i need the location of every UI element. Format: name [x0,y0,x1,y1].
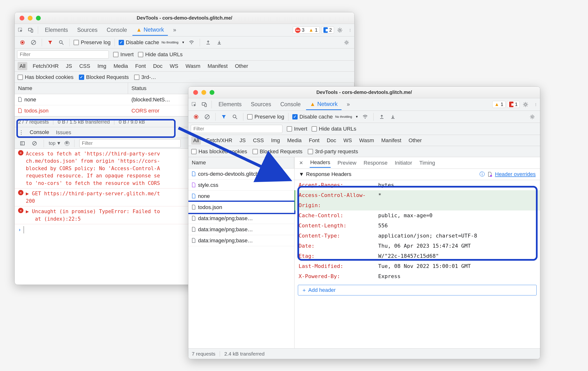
context-select[interactable]: top ▼ [49,141,61,146]
invert-checkbox[interactable]: Invert [287,126,307,132]
response-header[interactable]: Date:Thu, 06 Apr 2023 15:47:24 GMT [294,241,540,251]
filter-chip-manifest[interactable]: Manifest [379,136,403,145]
filter-chip-fetchxhr[interactable]: Fetch/XHR [204,136,234,145]
maximize-window-icon[interactable] [210,90,214,95]
blocked-cookies-checkbox[interactable]: Has blocked cookies [191,148,247,155]
kebab-icon[interactable]: ⋮ [531,100,540,109]
live-expression-icon[interactable]: 👁 [65,141,69,146]
clear-icon[interactable] [29,38,38,47]
tab-console[interactable]: Console [276,99,304,109]
filter-chip-manifest[interactable]: Manifest [206,62,230,70]
tab-sources[interactable]: Sources [247,99,275,109]
filter-chip-all[interactable]: All [18,62,27,70]
tab-timing[interactable]: Timing [419,158,436,167]
download-icon[interactable] [215,38,224,47]
third-party-checkbox[interactable]: 3rd-… [134,74,156,80]
network-row[interactable]: style.css [188,180,294,191]
filter-chip-other[interactable]: Other [407,136,424,145]
kebab-icon[interactable]: ⋮ [346,26,354,34]
gear-icon[interactable] [528,112,537,121]
chevron-down-icon[interactable]: ▼ [299,171,304,177]
response-header[interactable]: Etag:W/"22c-18457c15d68" [294,251,540,261]
filter-chip-all[interactable]: All [191,136,201,145]
third-party-checkbox[interactable]: 3rd-party requests [308,148,358,155]
help-icon[interactable]: ⓘ [480,172,485,177]
issues-counter[interactable]: ■2 [321,27,334,33]
sidebar-toggle-icon[interactable] [18,139,27,148]
blocked-cookies-checkbox[interactable]: Has blocked cookies [18,74,74,80]
filter-chip-font[interactable]: Font [133,62,148,70]
overrides-file-icon[interactable] [487,172,493,177]
minimize-window-icon[interactable] [201,90,206,95]
upload-icon[interactable] [378,112,386,121]
console-filter-input[interactable] [79,139,181,147]
response-header[interactable]: Cache-Control:public, max-age=0 [294,210,540,221]
wifi-icon[interactable] [187,38,196,47]
filter-chip-fetchxhr[interactable]: Fetch/XHR [31,62,61,70]
device-toggle-icon[interactable] [200,100,209,109]
gear-icon[interactable] [342,38,351,47]
filter-chip-other[interactable]: Other [233,62,250,70]
network-row[interactable]: none [188,191,294,202]
warning-counter[interactable]: ▲1 [492,101,505,108]
network-row[interactable]: data:image/png;base… [188,235,294,246]
clear-console-icon[interactable] [30,139,39,148]
filter-chip-media[interactable]: Media [112,62,130,70]
network-row[interactable]: todos.json [188,202,294,213]
download-icon[interactable] [388,112,397,121]
tab-initiator[interactable]: Initiator [394,158,413,167]
header-overrides-link[interactable]: Header overrides [495,171,536,177]
add-header-button[interactable]: ＋Add header [298,285,537,295]
filter-chip-css[interactable]: CSS [251,136,266,145]
response-header[interactable]: Access-Control-Allow-Origin:* [294,190,540,210]
filter-chip-font[interactable]: Font [307,136,322,145]
kebab-icon[interactable]: ⋮ [19,129,24,136]
search-icon[interactable] [57,38,66,47]
network-row[interactable]: cors-demo-devtools.glitch.me [188,168,294,180]
throttling-select[interactable]: No throttling ▼ [335,115,358,119]
network-row[interactable]: data:image/png;base… [188,213,294,224]
issues-counter[interactable]: ■1 [507,101,520,108]
wifi-icon[interactable] [361,112,369,121]
filter-chip-wasm[interactable]: Wasm [184,62,202,70]
drawer-tab-console[interactable]: Console [29,128,50,138]
tab-console[interactable]: Console [103,25,131,35]
tab-elements[interactable]: Elements [41,25,72,35]
response-header[interactable]: Last-Modified:Tue, 08 Nov 2022 15:00:01 … [294,261,540,271]
inspect-icon[interactable] [16,26,25,34]
drawer-tab-issues[interactable]: Issues [55,128,72,137]
filter-chip-media[interactable]: Media [285,136,304,145]
response-header[interactable]: Content-Length:556 [294,221,540,231]
blocked-requests-checkbox[interactable]: Blocked Requests [252,148,303,155]
filter-chip-doc[interactable]: Doc [151,62,165,70]
response-header[interactable]: X-Powered-By:Express [294,271,540,282]
close-details-icon[interactable]: × [299,158,304,168]
network-row[interactable]: data:image/png;base… [188,224,294,235]
throttling-select[interactable]: No throttling ▼ [162,41,185,44]
disable-cache-checkbox[interactable]: Disable cache [119,39,159,46]
minimize-window-icon[interactable] [28,16,32,21]
tab-network[interactable]: ▲Network [132,25,168,36]
search-icon[interactable] [231,112,239,121]
filter-chip-img[interactable]: Img [95,62,108,70]
hide-data-urls-checkbox[interactable]: Hide data URLs [138,51,183,58]
filter-chip-ws[interactable]: WS [342,136,354,145]
filter-chip-css[interactable]: CSS [77,62,92,70]
upload-icon[interactable] [204,38,212,47]
hide-data-urls-checkbox[interactable]: Hide data URLs [312,126,356,132]
tabs-overflow-icon[interactable]: » [169,25,180,35]
disable-cache-checkbox[interactable]: Disable cache [292,114,333,120]
tab-elements[interactable]: Elements [215,99,245,109]
filter-input[interactable] [17,50,109,59]
invert-checkbox[interactable]: Invert [113,51,134,58]
preserve-log-checkbox[interactable]: Preserve log [74,39,111,46]
filter-chip-js[interactable]: JS [64,62,74,70]
error-counter[interactable]: ⛔3 ▲1 [293,27,320,33]
close-window-icon[interactable] [193,90,198,95]
gear-icon[interactable] [336,26,344,34]
preserve-log-checkbox[interactable]: Preserve log [247,114,284,120]
record-icon[interactable] [18,38,27,47]
record-icon[interactable] [192,112,200,121]
th-name[interactable]: Name [15,83,128,94]
maximize-window-icon[interactable] [36,16,41,21]
